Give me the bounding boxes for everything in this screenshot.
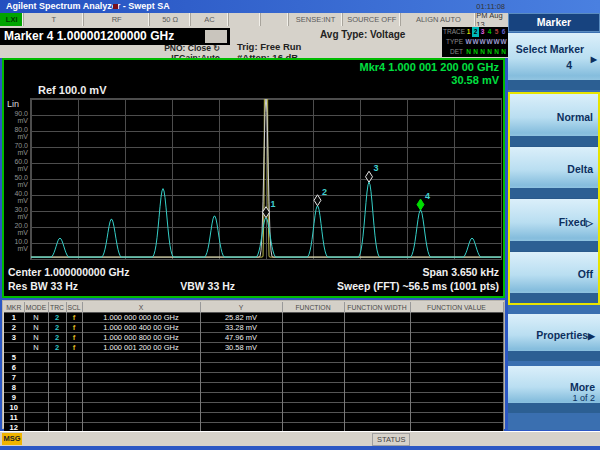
marker-table-cell (66, 413, 82, 423)
marker-mode-group: NormalDeltaFixed▷Off (508, 92, 600, 305)
rbw-label: Res BW 33 Hz (8, 280, 78, 292)
marker-table-row[interactable]: 9 (4, 393, 503, 403)
legend-row-label: TYPE (443, 37, 463, 47)
center-frequency-label: Center 1.000000000 GHz (8, 266, 129, 278)
marker-table-cell (24, 363, 48, 373)
annotation-row-2: Res BW 33 Hz VBW 33 Hz Sweep (FFT) ~56.5… (8, 280, 499, 292)
marker-table-cell: 9 (4, 393, 24, 403)
marker-number-label: 1 (271, 199, 276, 209)
marker-table-cell (82, 393, 200, 403)
marker-table-row[interactable]: 7 (4, 373, 503, 383)
marker-table-cell: N (24, 313, 48, 323)
marker-table-cell: 25.82 mV (200, 313, 282, 323)
marker-table-cell: 1.000 000 800 00 GHz (82, 333, 200, 343)
marker-table-cell (282, 313, 344, 323)
legend-value: N (486, 47, 493, 57)
marker-table-cell (410, 313, 503, 323)
marker-table-row[interactable]: 6 (4, 363, 503, 373)
marker-table-cell (82, 383, 200, 393)
legend-value: 6 (500, 27, 507, 37)
legend-value: W (479, 37, 486, 47)
more-page-indicator: 1 of 2 (572, 392, 595, 402)
legend-value: 1 (465, 27, 472, 37)
marker-table-cell: 1.000 001 200 00 GHz (82, 343, 200, 353)
legend-value: W (493, 37, 500, 47)
legend-value: 2 (472, 27, 479, 37)
off-softkey[interactable]: Off (510, 252, 598, 304)
marker-table-cell (24, 353, 48, 363)
marker-table-cell (66, 353, 82, 363)
marker-table-row[interactable]: 2N2f1.000 000 400 00 GHz33.28 mV (4, 323, 503, 333)
y-axis-tick: 50.0 mV (4, 174, 28, 188)
active-function-text: Marker 4 1.000001200000 GHz (4, 29, 174, 43)
marker-table-cell: 10 (4, 403, 24, 413)
marker-table-row[interactable]: 3N2f1.000 000 800 00 GHz47.96 mV (4, 333, 503, 343)
more-label: More (570, 381, 595, 393)
marker-table-cell (200, 413, 282, 423)
marker-table-cell: N (24, 333, 48, 343)
marker-table-row[interactable]: 10 (4, 403, 503, 413)
system-status-cell: SOURCE OFF (343, 13, 401, 26)
marker-table-cell: 11 (4, 413, 24, 423)
properties-label: Properties (536, 329, 588, 341)
properties-softkey[interactable]: Properties▶ (508, 314, 600, 361)
marker-table-cell: 2 (48, 313, 66, 323)
pno-loop-icon: ↻ (213, 44, 220, 53)
marker-table-column-header: MKR (4, 302, 24, 313)
softkey-label: Fixed▷ (559, 216, 593, 228)
marker-table-cell: f (66, 323, 82, 333)
marker-table-cell (66, 393, 82, 403)
marker-table-cell (24, 373, 48, 383)
marker-table-cell (66, 403, 82, 413)
marker-table-row[interactable]: 4N2f1.000 001 200 00 GHz30.58 mV (4, 343, 503, 353)
marker-table-cell (282, 343, 344, 353)
marker-table-cell (82, 373, 200, 383)
marker-table-row[interactable]: 11 (4, 413, 503, 423)
marker-table: MKRMODETRCSCLXYFUNCTIONFUNCTION WIDTHFUN… (4, 302, 504, 432)
marker-table-cell (200, 383, 282, 393)
marker-table-cell (24, 413, 48, 423)
entry-indicator-box (205, 30, 227, 43)
marker-table-cell (82, 403, 200, 413)
marker-table-row[interactable]: 8 (4, 383, 503, 393)
marker-table-column-header: FUNCTION VALUE (410, 302, 503, 313)
marker-table-cell (282, 353, 344, 363)
marker-readout-frequency: Mkr4 1.000 001 200 00 GHz (360, 61, 499, 74)
y-axis-tick: 20.0 mV (4, 222, 28, 236)
select-marker-softkey[interactable]: Select Marker ▶ 4 (508, 33, 600, 90)
legend-value: W (472, 37, 479, 47)
legend-value: 5 (493, 27, 500, 37)
y-axis-tick: 60.0 mV (4, 158, 28, 172)
pno-label: PNO: Close (164, 43, 211, 53)
msg-badge: MSG (2, 433, 22, 445)
softkey-label: Delta (567, 163, 593, 175)
marker-number-label: 4 (425, 191, 430, 201)
trace-plot: 1234 (31, 99, 501, 259)
trace2-cyan (31, 182, 501, 257)
more-softkey[interactable]: More 1 of 2 (508, 366, 600, 413)
marker-table-row[interactable]: 1N2f1.000 000 000 00 GHz25.82 mV (4, 313, 503, 323)
marker-table-cell (344, 323, 410, 333)
marker-table-cell (282, 323, 344, 333)
avg-type-label: Avg Type: Voltage (320, 29, 405, 40)
marker-table-cell: 2 (4, 323, 24, 333)
normal-softkey[interactable]: Normal (510, 94, 598, 146)
vbw-label: VBW 33 Hz (180, 280, 235, 292)
delta-softkey[interactable]: Delta (510, 147, 598, 199)
marker-table-row[interactable]: 5 (4, 353, 503, 363)
trace-legend: TRACE123456TYPEWWWWWWDETNNNNNN (442, 27, 508, 57)
marker-table-cell (24, 383, 48, 393)
marker-number-label: 3 (374, 163, 379, 173)
marker-table-cell: 30.58 mV (200, 343, 282, 353)
marker-table-cell (82, 363, 200, 373)
fixed-softkey[interactable]: Fixed▷ (510, 199, 598, 251)
marker-table-cell (410, 393, 503, 403)
marker-table-cell (282, 333, 344, 343)
marker-table-cell: 8 (4, 383, 24, 393)
legend-row-label: DET (443, 47, 463, 57)
marker-table-cell (410, 383, 503, 393)
marker-table-cell (24, 393, 48, 403)
softkey-menu-title: Marker (508, 13, 600, 32)
marker-table-cell: f (66, 333, 82, 343)
legend-value: W (486, 37, 493, 47)
